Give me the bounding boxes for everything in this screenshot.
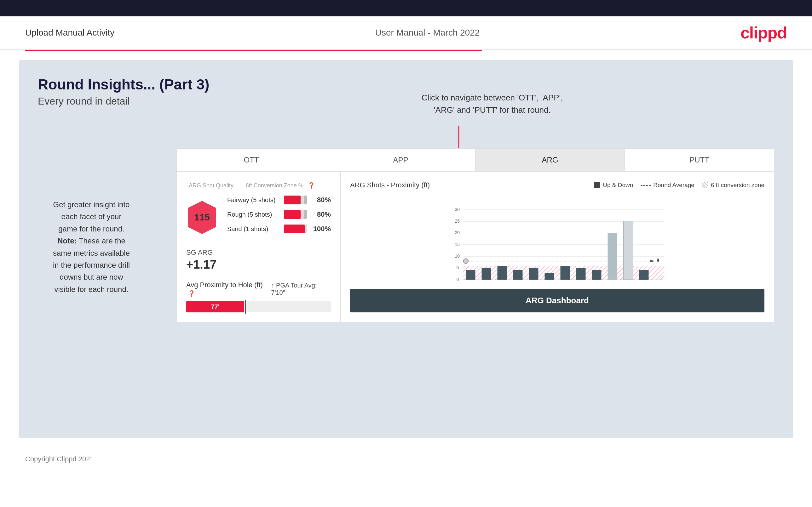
page-subtitle: Every round in detail <box>38 96 774 107</box>
tab-bar: OTT APP ARG PUTT <box>177 149 774 172</box>
nav-annotation: Click to navigate between 'OTT', 'APP','… <box>421 92 563 116</box>
proximity-label: Avg Proximity to Hole (ft) ❓ <box>186 281 271 297</box>
rough-row: Rough (5 shots) 80% <box>227 210 331 219</box>
tab-putt[interactable]: PUTT <box>625 149 774 171</box>
sand-bar <box>284 225 307 233</box>
fairway-row: Fairway (5 shots) 80% <box>227 195 331 204</box>
svg-text:0: 0 <box>457 277 459 282</box>
svg-text:30: 30 <box>455 207 460 212</box>
section-label: ARG Shot Quality 6ft Conversion Zone % ❓ <box>186 181 331 189</box>
svg-text:15: 15 <box>455 242 460 247</box>
main-card: OTT APP ARG PUTT ARG Shot Quality 6ft Co… <box>176 148 774 322</box>
bar-2 <box>482 268 491 280</box>
legend-conversion: 6 ft conversion zone <box>702 182 764 189</box>
main-content: Round Insights... (Part 3) Every round i… <box>19 60 793 438</box>
rough-bar <box>284 210 307 219</box>
solid-icon <box>594 182 600 188</box>
proximity-fill: 77' <box>186 301 244 313</box>
note-label: Note: <box>57 236 77 245</box>
bar-6 <box>545 273 554 280</box>
chart-svg: 0 5 10 15 20 25 30 <box>350 194 764 282</box>
check-icon <box>702 182 708 188</box>
copyright-text: Copyright Clippd 2021 <box>25 455 94 463</box>
sg-value: +1.17 <box>186 258 331 272</box>
footer: Copyright Clippd 2021 <box>0 448 812 471</box>
chart-title: ARG Shots - Proximity (ft) <box>350 181 430 189</box>
fairway-label: Fairway (5 shots) <box>227 196 284 204</box>
logo: clippd <box>741 23 787 42</box>
legend-round-avg: Round Average <box>641 182 695 189</box>
pga-label: ↑ PGA Tour Avg: 7'10" <box>271 282 331 296</box>
svg-text:8: 8 <box>657 258 659 263</box>
arg-shot-quality-label: ARG Shot Quality <box>189 182 234 189</box>
sg-label: SG ARG <box>186 248 331 257</box>
sg-section: SG ARG +1.17 <box>186 248 331 272</box>
proximity-cursor <box>245 300 246 314</box>
card-body: ARG Shot Quality 6ft Conversion Zone % ❓… <box>177 172 774 322</box>
manual-label: User Manual - March 2022 <box>375 28 479 38</box>
legend-conversion-label: 6 ft conversion zone <box>711 182 764 189</box>
bar-11 <box>639 270 649 280</box>
rough-label: Rough (5 shots) <box>227 211 284 218</box>
bar-5 <box>529 268 539 280</box>
svg-text:25: 25 <box>455 219 460 224</box>
sand-label: Sand (1 shots) <box>227 225 284 233</box>
right-panel: ARG Shots - Proximity (ft) Up & Down Rou… <box>341 172 774 322</box>
upload-label[interactable]: Upload Manual Activity <box>25 28 114 38</box>
tab-app[interactable]: APP <box>326 149 475 171</box>
bar-10 <box>608 233 617 280</box>
header: Upload Manual Activity User Manual - Mar… <box>0 16 812 50</box>
fairway-pct: 80% <box>312 196 331 204</box>
top-bar <box>0 0 812 16</box>
proximity-value: 77' <box>211 303 219 311</box>
page-title: Round Insights... (Part 3) <box>38 76 774 93</box>
question-icon[interactable]: ❓ <box>308 182 315 189</box>
proximity-bar: 77' <box>186 301 331 313</box>
svg-text:20: 20 <box>455 230 460 235</box>
bar-9 <box>592 270 602 280</box>
legend-up-down: Up & Down <box>594 182 633 189</box>
avg-dot-start <box>463 259 468 264</box>
conversion-label: 6ft Conversion Zone % <box>246 182 303 189</box>
header-accent <box>25 50 787 51</box>
bar-1 <box>466 270 475 280</box>
bar-7 <box>561 266 570 280</box>
shot-rows: Fairway (5 shots) 80% Rough (5 shots) <box>227 195 331 239</box>
round-avg-marker <box>650 260 655 262</box>
hex-number: 115 <box>194 212 210 223</box>
tab-ott[interactable]: OTT <box>177 149 326 171</box>
svg-text:10: 10 <box>455 253 460 259</box>
hex-score-row: 115 Fairway (5 shots) 80% <box>186 195 331 239</box>
svg-text:5: 5 <box>457 265 459 270</box>
bar-highlight <box>623 221 633 280</box>
proximity-header: Avg Proximity to Hole (ft) ❓ ↑ PGA Tour … <box>186 281 331 297</box>
legend: Up & Down Round Average 6 ft conversion … <box>594 182 764 189</box>
bar-8 <box>576 268 586 280</box>
fairway-bar <box>284 195 307 204</box>
tab-arg[interactable]: ARG <box>475 149 625 171</box>
dashed-icon <box>641 185 651 186</box>
sand-row: Sand (1 shots) 100% <box>227 225 331 233</box>
chart-header: ARG Shots - Proximity (ft) Up & Down Rou… <box>350 181 764 189</box>
left-panel: ARG Shot Quality 6ft Conversion Zone % ❓… <box>177 172 341 322</box>
bar-4 <box>513 270 523 280</box>
insight-text: Get greater insight into each facet of y… <box>38 199 145 295</box>
legend-up-down-label: Up & Down <box>603 182 633 189</box>
arg-dashboard-button[interactable]: ARG Dashboard <box>350 289 764 313</box>
proximity-section: Avg Proximity to Hole (ft) ❓ ↑ PGA Tour … <box>186 281 331 313</box>
rough-pct: 80% <box>312 210 331 219</box>
proximity-help-icon[interactable]: ❓ <box>188 290 195 297</box>
hexagon-score: 115 <box>186 199 218 235</box>
chart-area: 0 5 10 15 20 25 30 <box>350 194 764 282</box>
sand-pct: 100% <box>312 225 331 233</box>
bar-3 <box>498 266 507 280</box>
legend-round-avg-label: Round Average <box>653 182 695 189</box>
